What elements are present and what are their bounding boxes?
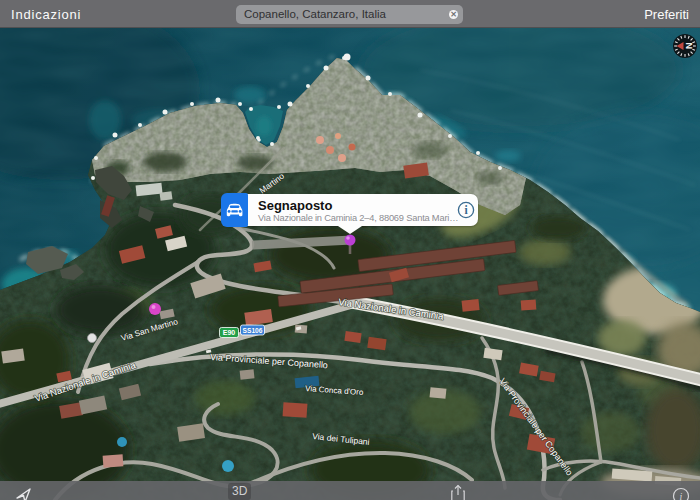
svg-text:N: N <box>684 43 694 50</box>
svg-text:E90: E90 <box>223 329 236 336</box>
svg-text:i: i <box>464 204 468 216</box>
svg-text:i: i <box>680 491 683 500</box>
svg-text:SS106: SS106 <box>243 327 263 334</box>
